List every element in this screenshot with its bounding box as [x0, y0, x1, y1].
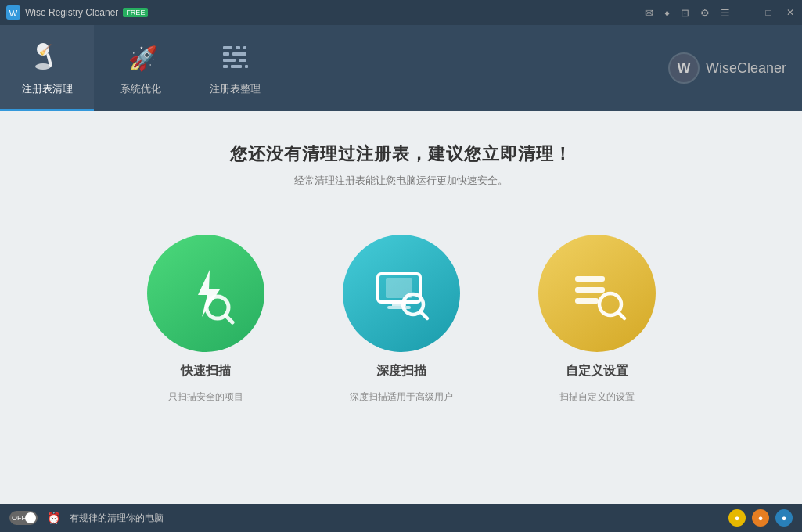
system-optimize-icon: 🚀 [124, 40, 157, 77]
toggle-label: OFF [12, 514, 26, 522]
fast-scan-icon [174, 262, 237, 325]
toolbar: 🧹 注册表清理 🚀 系统优化 注 [0, 25, 802, 111]
menu-icon[interactable]: ☰ [721, 7, 730, 19]
svg-rect-9 [243, 46, 246, 49]
tab-system-optimize[interactable]: 🚀 系统优化 [94, 25, 188, 111]
status-dot-orange[interactable]: ● [752, 509, 769, 527]
deep-scan-desc: 深度扫描适用于高级用户 [350, 390, 453, 404]
brand-name: WiseCleaner [706, 60, 786, 77]
svg-text:🧹: 🧹 [39, 43, 52, 56]
app-title: Wise Registry Cleaner [25, 7, 118, 18]
svg-rect-16 [245, 65, 248, 68]
headline: 您还没有清理过注册表，建议您立即清理！ [230, 142, 572, 166]
custom-settings-desc: 扫描自定义的设置 [559, 390, 635, 404]
status-right-area: ● ● ● [728, 509, 793, 527]
status-dot-blue[interactable]: ● [775, 509, 793, 527]
fast-scan-desc: 只扫描安全的项目 [168, 390, 243, 404]
custom-settings-title: 自定义设置 [566, 363, 628, 379]
close-button[interactable]: ✕ [785, 7, 796, 18]
tab-registry-defrag[interactable]: 注册表整理 [188, 25, 282, 111]
registry-clean-icon: 🧹 [31, 40, 63, 77]
subheadline: 经常清理注册表能让您电脑运行更加快速安全。 [294, 174, 508, 188]
deep-scan-circle[interactable] [343, 235, 460, 352]
scan-options: 快速扫描 只扫描安全的项目 深度扫描 深度扫描适用于高级用户 [147, 235, 656, 404]
tab-registry-clean[interactable]: 🧹 注册表清理 [0, 25, 94, 111]
svg-rect-8 [236, 46, 240, 49]
maximize-button[interactable]: □ [763, 7, 774, 18]
svg-point-4 [35, 63, 51, 70]
tab-registry-clean-label: 注册表清理 [22, 82, 73, 96]
svg-rect-23 [387, 306, 411, 309]
svg-rect-13 [239, 59, 246, 62]
custom-settings-circle[interactable] [538, 235, 656, 352]
mail-icon[interactable]: ✉ [645, 7, 653, 19]
fast-scan-title: 快速扫描 [181, 363, 231, 379]
svg-rect-10 [223, 52, 229, 56]
svg-line-30 [618, 312, 624, 318]
svg-rect-15 [231, 65, 242, 68]
main-content: 您还没有清理过注册表，建议您立即清理！ 经常清理注册表能让您电脑运行更加快速安全… [0, 111, 802, 504]
title-controls: ✉ ♦ ⊡ ⚙ ☰ ─ □ ✕ [645, 7, 796, 19]
gift-icon[interactable]: ♦ [664, 7, 670, 19]
status-text: 有规律的清理你的电脑 [70, 512, 164, 525]
fast-scan-option[interactable]: 快速扫描 只扫描安全的项目 [147, 235, 264, 404]
minimize-button[interactable]: ─ [741, 7, 752, 18]
tab-registry-defrag-label: 注册表整理 [210, 82, 261, 96]
deep-scan-icon [370, 262, 433, 325]
monitor-icon[interactable]: ⊡ [681, 7, 689, 19]
deep-scan-title: 深度扫描 [376, 363, 426, 379]
svg-rect-11 [232, 52, 246, 56]
custom-settings-icon [566, 262, 628, 325]
deep-scan-option[interactable]: 深度扫描 深度扫描适用于高级用户 [343, 235, 460, 404]
svg-rect-14 [223, 65, 228, 68]
svg-rect-7 [223, 46, 232, 49]
svg-rect-27 [575, 287, 605, 293]
registry-defrag-icon [218, 40, 251, 77]
custom-settings-option[interactable]: 自定义设置 扫描自定义的设置 [538, 235, 656, 404]
svg-marker-17 [198, 270, 220, 317]
svg-text:W: W [9, 9, 18, 18]
status-bar: OFF ⏰ 有规律的清理你的电脑 ● ● ● [0, 504, 802, 532]
brand-area: W WiseCleaner [668, 52, 786, 84]
title-left: W Wise Registry Cleaner FREE [6, 5, 148, 20]
toggle-knob [25, 512, 36, 523]
svg-rect-28 [575, 298, 599, 304]
svg-rect-12 [223, 59, 236, 62]
tab-system-optimize-label: 系统优化 [120, 82, 161, 96]
svg-rect-26 [575, 276, 605, 282]
brand-logo: W [668, 52, 700, 84]
settings-icon[interactable]: ⚙ [700, 7, 710, 19]
status-dot-yellow[interactable]: ● [728, 509, 746, 527]
free-badge: FREE [123, 8, 148, 17]
svg-line-25 [420, 311, 427, 318]
clock-icon: ⏰ [47, 512, 60, 524]
svg-text:🚀: 🚀 [128, 45, 157, 73]
fast-scan-circle[interactable] [147, 235, 264, 352]
svg-line-19 [225, 315, 232, 322]
title-bar: W Wise Registry Cleaner FREE ✉ ♦ ⊡ ⚙ ☰ ─… [0, 0, 802, 25]
app-icon: W [6, 5, 20, 20]
schedule-toggle[interactable]: OFF [9, 511, 38, 525]
